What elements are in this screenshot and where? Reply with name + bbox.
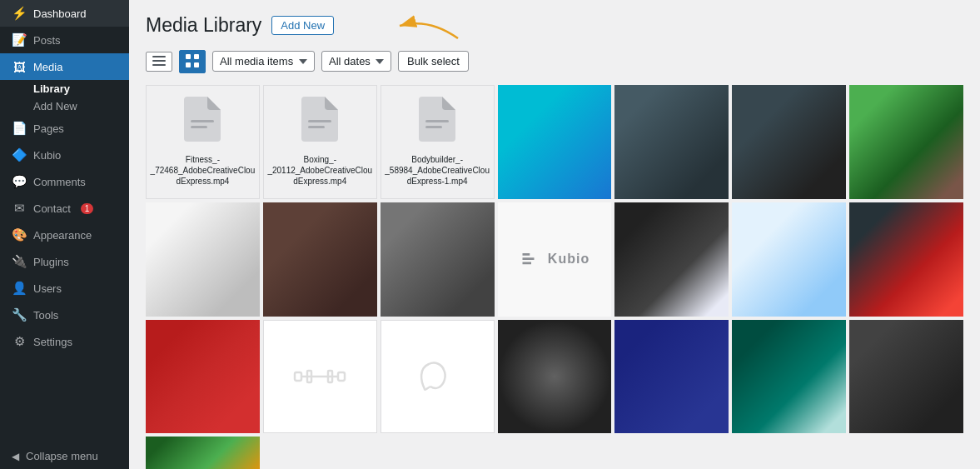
kubio-logo: Kubio (520, 247, 589, 271)
sidebar-item-contact[interactable]: ✉ Contact 1 (0, 195, 129, 222)
media-item[interactable]: Kubio (498, 202, 612, 317)
list-view-button[interactable] (146, 52, 172, 72)
sidebar-item-comments[interactable]: 💬 Comments (0, 168, 129, 195)
sidebar: ⚡ Dashboard 📝 Posts 🖼 Media Library Add … (0, 0, 129, 469)
media-item[interactable]: Bodybuilder_-_58984_AdobeCreativeCloudEx… (381, 85, 495, 199)
media-grid: Fitness_-_72468_AdobeCreativeCloudExpres… (146, 85, 963, 469)
media-item[interactable] (614, 320, 729, 434)
arrow-annotation (395, 9, 462, 42)
tools-icon: 🔧 (12, 307, 27, 322)
sidebar-item-label: Appearance (33, 229, 92, 242)
media-toolbar: All media items All dates Bulk select (146, 50, 963, 73)
media-item[interactable] (146, 320, 260, 434)
users-icon: 👤 (12, 281, 27, 296)
posts-icon: 📝 (12, 32, 27, 47)
svg-rect-11 (308, 126, 325, 128)
media-item[interactable] (146, 202, 260, 317)
file-name: Boxing_-_20112_AdobeCreativeCloudExpress… (267, 154, 373, 187)
sidebar-item-pages[interactable]: 📄 Pages (0, 115, 129, 142)
svg-rect-13 (425, 126, 442, 128)
sidebar-item-appearance[interactable]: 🎨 Appearance (0, 222, 129, 248)
svg-rect-5 (194, 54, 199, 59)
media-item[interactable] (498, 85, 612, 199)
sidebar-item-posts[interactable]: 📝 Posts (0, 27, 129, 53)
barbell-outline-icon (291, 356, 349, 397)
contact-badge: 1 (81, 203, 94, 214)
media-item[interactable] (381, 320, 495, 434)
media-item[interactable] (381, 202, 495, 317)
comments-icon: 💬 (12, 174, 27, 189)
media-item[interactable] (263, 202, 377, 317)
filter-dates-dropdown[interactable]: All dates (321, 51, 391, 72)
sidebar-item-plugins[interactable]: 🔌 Plugins (0, 248, 129, 275)
svg-rect-2 (152, 60, 166, 62)
file-name: Bodybuilder_-_58984_AdobeCreativeCloudEx… (385, 154, 490, 187)
file-icon (184, 97, 221, 149)
page-area: Media Library Add New (129, 0, 980, 469)
grid-view-button[interactable] (179, 50, 206, 73)
sidebar-item-label: Plugins (33, 256, 69, 268)
sidebar-item-label: Users (33, 282, 62, 295)
grid-view-icon (186, 54, 199, 67)
contact-icon: ✉ (12, 201, 27, 216)
sidebar-item-kubio[interactable]: 🔷 Kubio (0, 142, 129, 168)
media-item[interactable]: Boxing_-_20112_AdobeCreativeCloudExpress… (263, 85, 377, 199)
svg-rect-1 (152, 56, 166, 57)
svg-rect-7 (194, 62, 199, 67)
page-title: Media Library (146, 13, 261, 38)
svg-rect-8 (191, 120, 214, 122)
media-item[interactable] (732, 85, 846, 199)
collapse-menu[interactable]: ◀ Collapse menu (0, 443, 129, 469)
media-item[interactable] (849, 320, 963, 434)
media-item[interactable] (614, 85, 729, 199)
sidebar-item-dashboard[interactable]: ⚡ Dashboard (0, 0, 129, 27)
sidebar-sub-add-new[interactable]: Add New (0, 97, 129, 115)
media-item[interactable]: Fitness_-_72468_AdobeCreativeCloudExpres… (146, 85, 260, 199)
svg-rect-12 (425, 120, 449, 122)
media-item[interactable] (732, 320, 846, 434)
svg-rect-6 (186, 62, 191, 67)
sidebar-item-label: Contact (33, 202, 71, 215)
sidebar-item-label: Media (33, 61, 62, 73)
svg-rect-9 (191, 126, 207, 128)
media-item[interactable] (146, 437, 260, 469)
add-new-button[interactable]: Add New (271, 16, 334, 35)
svg-rect-14 (295, 372, 301, 381)
plugins-icon: 🔌 (12, 254, 27, 269)
sidebar-item-label: Kubio (33, 149, 61, 162)
sidebar-item-label: Posts (33, 34, 61, 47)
sidebar-item-tools[interactable]: 🔧 Tools (0, 302, 129, 328)
sidebar-sub-library[interactable]: Library (0, 80, 129, 97)
pages-icon: 📄 (12, 121, 27, 136)
sidebar-item-label: Tools (33, 309, 58, 322)
kubio-icon: 🔷 (12, 147, 27, 162)
collapse-arrow-icon: ◀ (12, 451, 19, 462)
sidebar-item-label: Pages (33, 122, 64, 135)
svg-rect-15 (338, 372, 345, 381)
media-item[interactable] (732, 202, 846, 317)
list-view-icon (152, 56, 166, 66)
media-item[interactable] (614, 202, 729, 317)
media-icon: 🖼 (12, 59, 27, 74)
sidebar-item-media[interactable]: 🖼 Media (0, 53, 129, 80)
media-item[interactable] (263, 320, 377, 434)
filter-media-dropdown[interactable]: All media items (212, 51, 315, 72)
media-item[interactable] (849, 202, 963, 317)
dashboard-icon: ⚡ (12, 6, 27, 21)
settings-icon: ⚙ (12, 334, 27, 349)
bicep-outline-icon (412, 352, 462, 402)
sidebar-item-label: Comments (33, 176, 86, 188)
sidebar-item-users[interactable]: 👤 Users (0, 275, 129, 302)
sidebar-item-label: Settings (33, 336, 72, 348)
svg-rect-4 (186, 54, 191, 59)
appearance-icon: 🎨 (12, 227, 27, 242)
file-icon (301, 97, 338, 149)
svg-rect-3 (152, 64, 166, 66)
bulk-select-button[interactable]: Bulk select (398, 51, 469, 72)
main-content: Media Library Add New (129, 0, 980, 469)
media-item[interactable] (498, 320, 612, 434)
file-name: Fitness_-_72468_AdobeCreativeCloudExpres… (150, 154, 256, 187)
media-item[interactable] (849, 85, 963, 199)
sidebar-item-settings[interactable]: ⚙ Settings (0, 328, 129, 355)
page-header: Media Library Add New (146, 13, 963, 38)
